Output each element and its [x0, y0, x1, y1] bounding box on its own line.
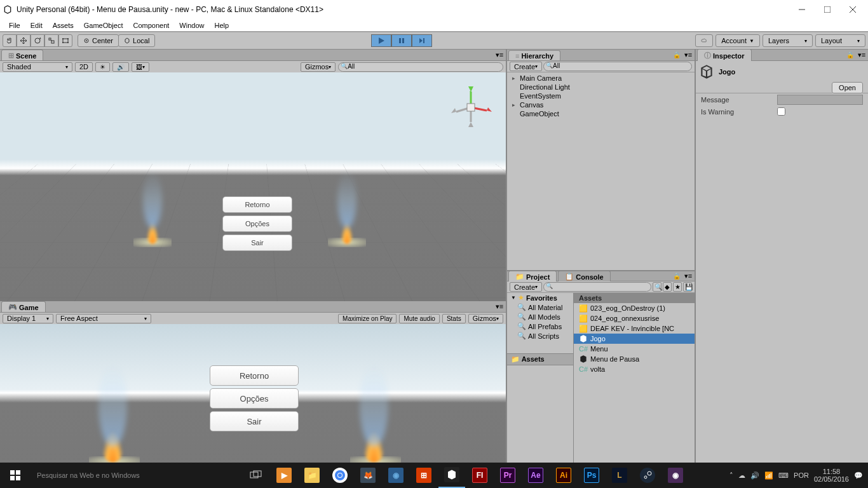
asset-item[interactable]: 🟨024_eog_onnexusrise — [574, 313, 695, 323]
step-button[interactable] — [412, 34, 432, 47]
hierarchy-item[interactable]: EventSystem — [508, 92, 693, 100]
taskbar-app-flash[interactable]: Fl — [466, 463, 493, 488]
tab-game[interactable]: 🎮Game — [1, 301, 46, 312]
scene-2d-toggle[interactable]: 2D — [75, 62, 93, 72]
tab-inspector[interactable]: ⓘInspector — [697, 49, 752, 61]
inspector-iswarning-checkbox[interactable] — [777, 107, 785, 116]
pause-button[interactable] — [391, 34, 412, 47]
asset-item[interactable]: 🟨023_eog_OnDestroy (1) — [574, 303, 695, 313]
rect-tool[interactable] — [58, 34, 72, 47]
project-asset-list[interactable]: 🟨023_eog_OnDestroy (1) 🟨024_eog_onnexusr… — [574, 303, 695, 477]
assets-folder[interactable]: 📁 Assets — [507, 353, 573, 365]
taskbar-app-photoshop[interactable]: Ps — [578, 463, 605, 488]
scene-orientation-gizmo[interactable]: y — [449, 85, 493, 130]
taskbar-app-office[interactable]: ⊞ — [410, 463, 437, 488]
tab-console[interactable]: 📋Console — [558, 271, 610, 281]
tray-clock[interactable]: 11:58 02/05/2016 — [814, 468, 849, 483]
project-save-filter[interactable]: 💾 — [683, 282, 692, 292]
pause-menu-button-options[interactable]: Opções — [222, 215, 292, 232]
move-tool[interactable] — [17, 34, 31, 47]
hierarchy-search[interactable]: All — [543, 62, 692, 71]
taskbar-app-aftereffects[interactable]: Ae — [522, 463, 549, 488]
project-breadcrumb[interactable]: Assets — [574, 293, 695, 303]
maximize-button[interactable] — [815, 0, 840, 19]
tray-notifications-icon[interactable]: 💬 — [854, 471, 863, 480]
menu-file[interactable]: File — [4, 20, 25, 30]
lock-icon[interactable]: 🔒 — [673, 51, 681, 58]
taskbar-app-illustrator[interactable]: Ai — [550, 463, 577, 488]
minimize-button[interactable] — [789, 0, 815, 19]
taskbar-app-chrome[interactable] — [327, 463, 353, 488]
task-view-button[interactable] — [243, 463, 269, 488]
rotate-tool[interactable] — [31, 34, 44, 47]
pause-menu-button-return[interactable]: Retorno — [222, 196, 292, 213]
lock-icon[interactable]: 🔒 — [673, 273, 681, 280]
taskbar-app-media[interactable]: ▶ — [271, 463, 297, 488]
pause-menu-button-exit[interactable]: Sair — [210, 411, 299, 431]
layers-dropdown[interactable]: Layers ▾ — [763, 34, 813, 47]
taskbar-app-premiere[interactable]: Pr — [494, 463, 521, 488]
favorite-item[interactable]: 🔍All Models — [507, 312, 573, 322]
taskbar-app-league[interactable]: L — [606, 463, 633, 488]
taskbar-app-explorer[interactable]: 📁 — [299, 463, 325, 488]
hierarchy-item[interactable]: Canvas — [508, 100, 693, 109]
hierarchy-item[interactable]: GameObject — [508, 109, 693, 118]
aspect-dropdown[interactable]: Free Aspect▾ — [56, 314, 151, 323]
taskbar-app-other[interactable]: ◉ — [662, 463, 689, 488]
favorite-item[interactable]: 🔍All Prefabs — [507, 322, 573, 331]
menu-component[interactable]: Component — [128, 20, 174, 30]
pause-menu-button-options[interactable]: Opções — [210, 388, 299, 409]
project-search[interactable] — [543, 282, 651, 292]
scene-panel-menu[interactable]: ▾≡ — [493, 51, 506, 59]
menu-help[interactable]: Help — [209, 20, 234, 30]
taskbar-search[interactable]: Pesquisar na Web e no Windows — [31, 463, 240, 488]
hierarchy-create-dropdown[interactable]: Create ▾ — [510, 62, 542, 71]
gizmos-dropdown[interactable]: Gizmos ▾ — [301, 62, 336, 72]
tray-volume-icon[interactable]: 🔊 — [750, 471, 759, 480]
cloud-button[interactable] — [695, 34, 713, 47]
pause-menu-button-exit[interactable]: Sair — [222, 234, 292, 251]
maximize-on-play-toggle[interactable]: Maximize on Play — [338, 314, 397, 323]
open-asset-button[interactable]: Open — [832, 82, 863, 93]
tray-onedrive-icon[interactable]: ☁ — [738, 471, 745, 480]
hand-tool[interactable] — [3, 34, 17, 47]
scene-search[interactable]: All — [338, 62, 503, 72]
play-button[interactable] — [371, 34, 391, 47]
account-dropdown[interactable]: Account ▼ — [715, 34, 760, 47]
project-filter-label[interactable]: ★ — [673, 282, 682, 292]
scene-audio-toggle[interactable]: 🔊 — [112, 62, 129, 72]
project-panel-menu[interactable]: ▾≡ — [682, 272, 695, 280]
stats-toggle[interactable]: Stats — [442, 314, 466, 323]
mute-audio-toggle[interactable]: Mute audio — [399, 314, 439, 323]
project-filter-icon[interactable]: 🔍 — [653, 282, 661, 292]
lock-icon[interactable]: 🔒 — [846, 51, 854, 58]
game-gizmos-dropdown[interactable]: Gizmos ▾ — [468, 314, 503, 323]
hierarchy-panel-menu[interactable]: ▾≡ — [682, 51, 695, 59]
hierarchy-tree[interactable]: Main Camera Directional Light EventSyste… — [507, 72, 695, 270]
asset-item[interactable]: 🟨DEAF KEV - Invincible [NC — [574, 323, 695, 334]
tray-language[interactable]: POR — [794, 471, 809, 479]
tab-scene[interactable]: ⊞Scene — [1, 50, 43, 60]
tray-keyboard-icon[interactable]: ⌨ — [778, 471, 789, 480]
taskbar-app-gimp[interactable]: 🦊 — [355, 463, 381, 488]
favorites-header[interactable]: ▼★Favorites — [507, 293, 573, 302]
menu-edit[interactable]: Edit — [25, 20, 48, 30]
pivot-center-button[interactable]: Center — [78, 34, 119, 47]
favorite-item[interactable]: 🔍All Material — [507, 302, 573, 312]
favorite-item[interactable]: 🔍All Scripts — [507, 331, 573, 341]
asset-item[interactable]: Menu de Pausa — [574, 354, 695, 364]
taskbar-app-steam[interactable] — [634, 463, 661, 488]
display-dropdown[interactable]: Display 1▾ — [3, 314, 53, 323]
hierarchy-item[interactable]: Directional Light — [508, 83, 693, 92]
project-create-dropdown[interactable]: Create ▾ — [510, 282, 542, 292]
game-panel-menu[interactable]: ▾≡ — [493, 302, 506, 311]
menu-gameobject[interactable]: GameObject — [79, 20, 128, 30]
scene-view[interactable]: Retorno Opções Sair y — [0, 72, 506, 301]
inspector-message-field[interactable] — [777, 95, 863, 105]
project-folders[interactable]: ▼★Favorites 🔍All Material 🔍All Models 🔍A… — [507, 293, 574, 488]
tab-hierarchy[interactable]: ≡Hierarchy — [508, 50, 560, 60]
asset-item-selected[interactable]: Jogo — [574, 334, 695, 344]
tray-network-icon[interactable]: 📶 — [764, 471, 773, 480]
project-filter-type[interactable]: ◆ — [663, 282, 672, 292]
system-tray[interactable]: ˄ ☁ 🔊 📶 ⌨ POR 11:58 02/05/2016 💬 — [729, 468, 868, 483]
